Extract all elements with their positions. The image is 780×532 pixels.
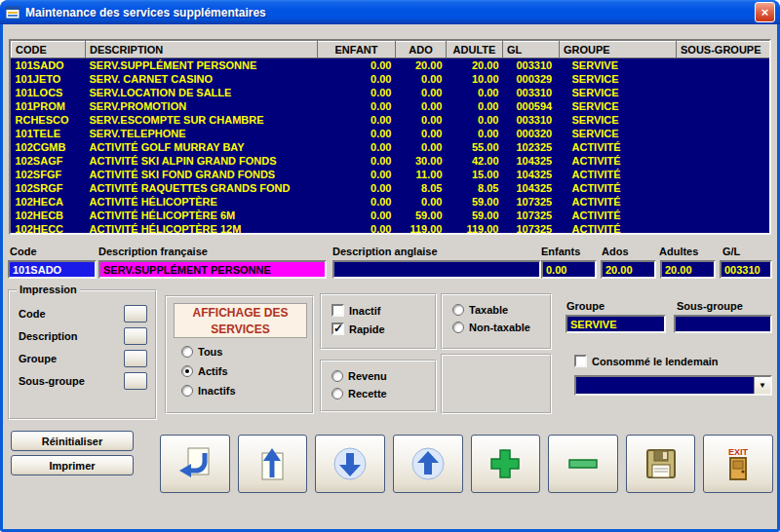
cell-gl[interactable]: 104325 bbox=[503, 181, 560, 195]
cell-sous_groupe[interactable] bbox=[677, 113, 772, 127]
cell-ado[interactable]: 59.00 bbox=[396, 209, 447, 222]
lendemain-combobox[interactable]: ▼ bbox=[574, 375, 772, 396]
cell-gl[interactable]: 000594 bbox=[503, 99, 560, 113]
cell-ado[interactable]: 0.00 bbox=[396, 86, 447, 99]
add-button[interactable] bbox=[471, 435, 541, 493]
cell-code[interactable]: 102CGMB bbox=[12, 140, 86, 154]
cell-ado[interactable]: 30.00 bbox=[396, 154, 447, 168]
cell-enfant[interactable]: 0.00 bbox=[318, 127, 396, 140]
table-row[interactable]: 102SRGFACTIVITÉ RAQUETTES GRANDS FOND0.0… bbox=[12, 181, 772, 195]
radio-revenu[interactable]: Revenu bbox=[332, 370, 387, 382]
cell-gl[interactable]: 107325 bbox=[503, 195, 560, 209]
cell-enfant[interactable]: 0.00 bbox=[318, 58, 396, 73]
cell-ado[interactable]: 11.00 bbox=[396, 168, 447, 181]
cell-adulte[interactable]: 10.00 bbox=[447, 72, 503, 86]
cell-adulte[interactable]: 8.05 bbox=[447, 181, 503, 195]
cell-description[interactable]: ACTIVITÉ RAQUETTES GRANDS FOND bbox=[86, 181, 318, 195]
page-first-button[interactable] bbox=[160, 435, 230, 493]
cell-code[interactable]: 101LOCS bbox=[12, 86, 86, 99]
cell-enfant[interactable]: 0.00 bbox=[318, 154, 396, 168]
cell-description[interactable]: SERV.PROMOTION bbox=[86, 99, 318, 113]
move-up-button[interactable] bbox=[393, 435, 463, 493]
cell-groupe[interactable]: SERVICE bbox=[560, 86, 677, 99]
cell-adulte[interactable]: 0.00 bbox=[447, 99, 503, 113]
cell-adulte[interactable]: 59.00 bbox=[447, 209, 503, 222]
save-button[interactable] bbox=[626, 435, 696, 493]
cell-code[interactable]: 101TELE bbox=[12, 127, 86, 140]
cell-adulte[interactable]: 15.00 bbox=[447, 168, 503, 181]
checkbox-rapide[interactable]: Rapide bbox=[332, 323, 385, 335]
cell-gl[interactable]: 003310 bbox=[503, 58, 560, 73]
radio-actifs[interactable]: Actifs bbox=[181, 365, 236, 377]
adultes-field[interactable]: 20.00 bbox=[660, 260, 716, 279]
reset-button[interactable]: Réinitialiser bbox=[11, 431, 134, 451]
checkbox-inactif[interactable]: Inactif bbox=[332, 304, 385, 317]
table-row[interactable]: 102SAGFACTIVITÉ SKI ALPIN GRAND FONDS0.0… bbox=[12, 154, 772, 168]
cell-sous_groupe[interactable] bbox=[677, 181, 772, 195]
cell-groupe[interactable]: SERVIVE bbox=[560, 58, 677, 73]
table-row[interactable]: 102HECCACTIVITÉ HÉLICOPTÈRE 12M0.00119.0… bbox=[12, 222, 772, 235]
cell-description[interactable]: SERV. CARNET CASINO bbox=[86, 72, 318, 86]
cell-code[interactable]: 101SADO bbox=[12, 58, 86, 73]
cell-sous_groupe[interactable] bbox=[677, 209, 772, 222]
desc-fr-field[interactable]: SERV.SUPPLÉMENT PERSONNE bbox=[98, 260, 327, 279]
cell-code[interactable]: 102HECA bbox=[12, 195, 86, 209]
cell-enfant[interactable]: 0.00 bbox=[318, 168, 396, 181]
cell-code[interactable]: 102HECC bbox=[12, 222, 86, 235]
cell-enfant[interactable]: 0.00 bbox=[318, 113, 396, 127]
combobox-dropdown-button[interactable]: ▼ bbox=[754, 377, 770, 394]
cell-groupe[interactable]: ACTIVITÉ bbox=[560, 140, 677, 154]
page-up-button[interactable] bbox=[238, 435, 308, 493]
cell-adulte[interactable]: 55.00 bbox=[447, 140, 503, 154]
cell-description[interactable]: ACTIVITÉ HÉLICOPTÈRE bbox=[86, 195, 318, 209]
cell-ado[interactable]: 119.00 bbox=[396, 222, 447, 235]
cell-adulte[interactable]: 42.00 bbox=[447, 154, 503, 168]
cell-gl[interactable]: 104325 bbox=[503, 154, 560, 168]
exit-button[interactable]: EXIT bbox=[703, 435, 773, 493]
radio-recette[interactable]: Recette bbox=[332, 388, 387, 399]
cell-gl[interactable]: 003310 bbox=[503, 86, 560, 99]
cell-code[interactable]: 101PROM bbox=[12, 99, 86, 113]
cell-gl[interactable]: 107325 bbox=[503, 209, 560, 222]
cell-adulte[interactable]: 0.00 bbox=[447, 86, 503, 99]
cell-description[interactable]: ACTIVITÉ HÉLICOPTÈRE 12M bbox=[86, 222, 318, 235]
cell-gl[interactable]: 104325 bbox=[503, 168, 560, 181]
cell-gl[interactable]: 107325 bbox=[503, 222, 560, 235]
cell-sous_groupe[interactable] bbox=[677, 58, 772, 73]
cell-ado[interactable]: 20.00 bbox=[396, 58, 447, 73]
cell-sous_groupe[interactable] bbox=[677, 127, 772, 140]
cell-enfant[interactable]: 0.00 bbox=[318, 72, 396, 86]
table-row[interactable]: RCHESCOSERV.ESCOMPTE SUR CHAMBRE0.000.00… bbox=[12, 113, 772, 127]
cell-enfant[interactable]: 0.00 bbox=[318, 222, 396, 235]
cell-description[interactable]: ACTIVITÉ GOLF MURRAY BAY bbox=[86, 140, 318, 154]
cell-code[interactable]: 101JETO bbox=[12, 72, 86, 86]
cell-sous_groupe[interactable] bbox=[677, 99, 772, 113]
cell-enfant[interactable]: 0.00 bbox=[318, 99, 396, 113]
cell-sous_groupe[interactable] bbox=[677, 86, 772, 99]
cell-groupe[interactable]: ACTIVITÉ bbox=[560, 181, 677, 195]
cell-enfant[interactable]: 0.00 bbox=[318, 181, 396, 195]
cell-ado[interactable]: 0.00 bbox=[396, 113, 447, 127]
ados-field[interactable]: 20.00 bbox=[601, 260, 656, 279]
cell-adulte[interactable]: 0.00 bbox=[447, 127, 503, 140]
cell-gl[interactable]: 102325 bbox=[503, 140, 560, 154]
cell-adulte[interactable]: 119.00 bbox=[447, 222, 503, 235]
cell-ado[interactable]: 0.00 bbox=[396, 195, 447, 209]
cell-sous_groupe[interactable] bbox=[677, 72, 772, 86]
table-row[interactable]: 102CGMBACTIVITÉ GOLF MURRAY BAY0.000.005… bbox=[12, 140, 772, 154]
move-down-button[interactable] bbox=[315, 435, 385, 493]
cell-groupe[interactable]: SERVICE bbox=[560, 99, 677, 113]
sort-button-description[interactable] bbox=[124, 327, 147, 345]
cell-enfant[interactable]: 0.00 bbox=[318, 140, 396, 154]
cell-sous_groupe[interactable] bbox=[677, 168, 772, 181]
sort-button-sous-groupe[interactable] bbox=[124, 372, 147, 390]
cell-code[interactable]: RCHESCO bbox=[12, 113, 86, 127]
cell-code[interactable]: 102SFGF bbox=[12, 168, 86, 181]
radio-non-taxable[interactable]: Non-taxable bbox=[452, 322, 530, 333]
table-row[interactable]: 101SADOSERV.SUPPLÉMENT PERSONNE0.0020.00… bbox=[12, 58, 772, 73]
sous-groupe-field[interactable] bbox=[674, 315, 772, 333]
cell-description[interactable]: ACTIVITÉ SKI FOND GRAND FONDS bbox=[86, 168, 318, 181]
cell-description[interactable]: SERV.SUPPLÉMENT PERSONNE bbox=[86, 58, 318, 73]
cell-gl[interactable]: 000320 bbox=[503, 127, 560, 140]
cell-groupe[interactable]: ACTIVITÉ bbox=[560, 195, 677, 209]
